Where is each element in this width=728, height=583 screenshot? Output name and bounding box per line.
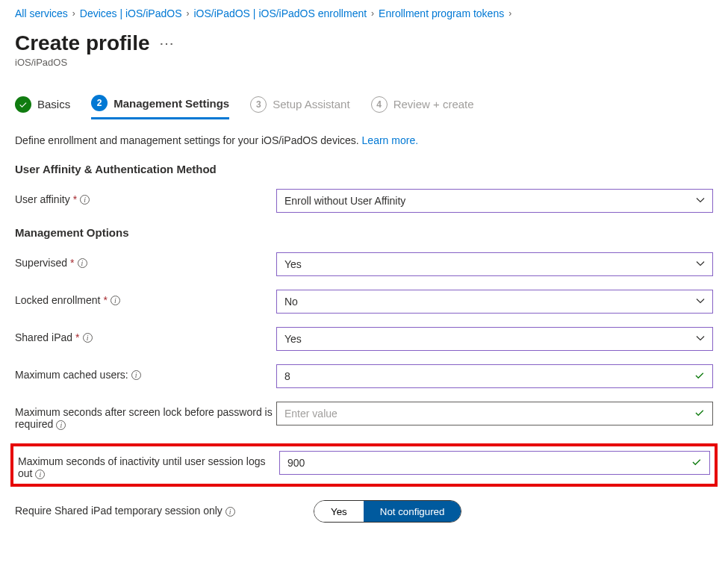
info-icon[interactable]: i [35, 470, 45, 479]
check-icon [691, 457, 702, 470]
section-header-mgmt: Management Options [15, 226, 713, 239]
page-title: Create profile [15, 31, 150, 55]
tab-review-create[interactable]: 4 Review + create [371, 95, 474, 119]
info-icon[interactable]: i [56, 420, 66, 430]
info-icon[interactable]: i [131, 370, 141, 380]
wizard-tabs: Basics 2 Management Settings 3 Setup Ass… [15, 95, 713, 119]
select-supervised[interactable]: Yes [276, 252, 713, 276]
chevron-down-icon [696, 195, 705, 207]
toggle-temp-session: Yes Not configured [314, 500, 461, 523]
tab-management-settings[interactable]: 2 Management Settings [91, 95, 229, 119]
label-locked-enrollment: Locked enrollment * i [15, 290, 276, 306]
tab-label: Review + create [393, 98, 474, 110]
intro-text: Define enrollment and management setting… [15, 134, 713, 146]
chevron-right-icon: › [508, 8, 511, 19]
label-temp-session: Require Shared iPad temporary session on… [15, 500, 276, 517]
tab-basics[interactable]: Basics [15, 95, 70, 119]
select-shared-ipad[interactable]: Yes [276, 327, 713, 351]
chevron-down-icon [696, 296, 705, 308]
chevron-right-icon: › [186, 8, 189, 19]
tab-number: 3 [250, 96, 267, 113]
breadcrumb: All services › Devices | iOS/iPadOS › iO… [15, 7, 713, 19]
label-shared-ipad: Shared iPad * i [15, 327, 276, 343]
tab-label: Management Settings [113, 97, 229, 110]
info-icon[interactable]: i [225, 507, 235, 517]
tab-number: 2 [91, 95, 108, 111]
highlighted-field: Maximum seconds of inactivity until user… [10, 443, 718, 487]
input-max-seconds-lock[interactable]: Enter value [276, 402, 713, 425]
info-icon[interactable]: i [83, 333, 93, 343]
breadcrumb-link[interactable]: Devices | iOS/iPadOS [80, 7, 182, 19]
toggle-option-yes[interactable]: Yes [314, 501, 364, 522]
toggle-option-not-configured[interactable]: Not configured [364, 501, 461, 522]
page-subtitle: iOS/iPadOS [15, 57, 713, 68]
tab-number: 4 [371, 96, 388, 113]
tab-label: Basics [37, 98, 70, 110]
label-user-affinity: User affinity * i [15, 189, 276, 205]
select-user-affinity[interactable]: Enroll without User Affinity [276, 189, 713, 213]
breadcrumb-link[interactable]: iOS/iPadOS | iOS/iPadOS enrollment [193, 7, 367, 19]
label-max-seconds-lock: Maximum seconds after screen lock before… [15, 402, 276, 430]
label-supervised: Supervised * i [15, 252, 276, 269]
chevron-right-icon: › [371, 8, 374, 19]
breadcrumb-link[interactable]: Enrollment program tokens [379, 7, 504, 19]
tab-setup-assistant[interactable]: 3 Setup Assistant [250, 95, 349, 119]
check-icon [15, 96, 31, 113]
input-max-seconds-inactive[interactable]: 900 [279, 451, 710, 475]
check-icon [694, 370, 705, 383]
chevron-down-icon [696, 333, 705, 345]
check-icon [694, 408, 705, 420]
section-header-affinity: User Affinity & Authentication Method [15, 163, 713, 175]
info-icon[interactable]: i [78, 258, 87, 268]
chevron-right-icon: › [72, 8, 75, 19]
select-locked-enrollment[interactable]: No [276, 290, 713, 314]
chevron-down-icon [696, 258, 705, 270]
label-max-seconds-inactive: Maximum seconds of inactivity until user… [18, 451, 279, 479]
breadcrumb-link[interactable]: All services [15, 7, 68, 19]
info-icon[interactable]: i [80, 195, 90, 205]
input-max-cached-users[interactable]: 8 [276, 364, 713, 388]
learn-more-link[interactable]: Learn more. [362, 134, 418, 146]
info-icon[interactable]: i [111, 296, 120, 305]
tab-label: Setup Assistant [273, 98, 349, 110]
more-icon[interactable]: ⋯ [159, 34, 174, 52]
label-max-cached-users: Maximum cached users: i [15, 364, 276, 381]
